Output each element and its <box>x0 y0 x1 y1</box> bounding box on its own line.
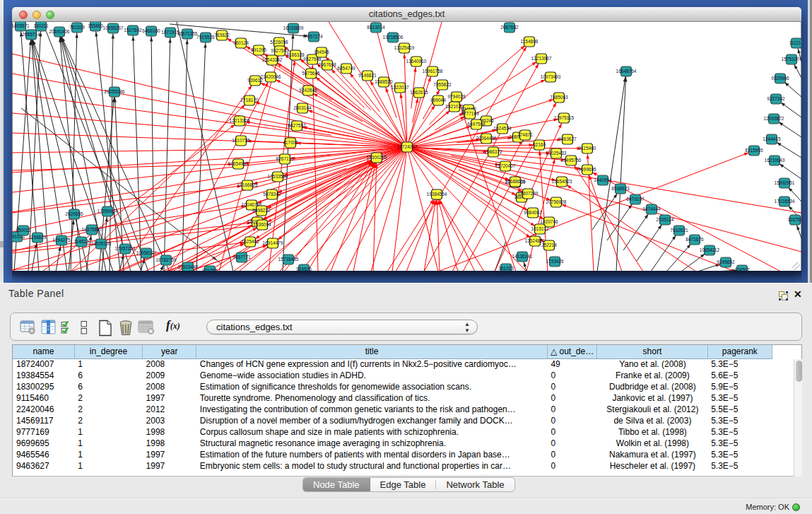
svg-text:8267110: 8267110 <box>276 156 294 161</box>
svg-text:8215955: 8215955 <box>745 148 763 153</box>
svg-text:5226058: 5226058 <box>270 40 288 45</box>
svg-text:1527602: 1527602 <box>124 28 142 33</box>
svg-text:2055714: 2055714 <box>22 32 40 37</box>
svg-text:7485063: 7485063 <box>550 95 568 100</box>
svg-text:7625402: 7625402 <box>241 239 259 244</box>
svg-text:1405571: 1405571 <box>12 23 30 28</box>
svg-text:1420746: 1420746 <box>540 219 558 224</box>
svg-text:10654112: 10654112 <box>700 247 720 252</box>
svg-text:1156829: 1156829 <box>29 235 47 240</box>
svg-text:12213309: 12213309 <box>230 118 250 123</box>
svg-text:10958107: 10958107 <box>136 250 157 255</box>
svg-text:12505195: 12505195 <box>91 241 112 246</box>
svg-text:10655267: 10655267 <box>103 25 124 30</box>
svg-text:9245652: 9245652 <box>717 259 735 264</box>
svg-text:12213967: 12213967 <box>531 56 552 61</box>
svg-text:899044: 899044 <box>430 98 446 103</box>
svg-text:13533594: 13533594 <box>268 174 288 179</box>
svg-text:19166825: 19166825 <box>237 182 258 187</box>
svg-text:8186328: 8186328 <box>286 52 305 57</box>
svg-text:23420046: 23420046 <box>261 74 281 79</box>
svg-text:16543362: 16543362 <box>262 57 283 62</box>
svg-text:6479197: 6479197 <box>626 197 645 201</box>
svg-text:20053346: 20053346 <box>105 89 125 94</box>
svg-text:161023: 161023 <box>498 266 514 271</box>
svg-text:8427552: 8427552 <box>288 123 306 128</box>
svg-text:2087682: 2087682 <box>500 25 519 30</box>
svg-text:763822: 763822 <box>214 33 230 37</box>
svg-text:5875645: 5875645 <box>302 71 320 76</box>
svg-text:9684067: 9684067 <box>524 210 542 215</box>
svg-text:9242848: 9242848 <box>299 88 317 93</box>
svg-text:9657771: 9657771 <box>233 255 251 259</box>
svg-text:114513: 114513 <box>73 239 89 244</box>
svg-text:10025433: 10025433 <box>546 151 567 156</box>
svg-text:9699695: 9699695 <box>578 167 596 172</box>
svg-text:18724007: 18724007 <box>397 144 418 149</box>
svg-text:2967608: 2967608 <box>318 62 336 67</box>
svg-text:10688609: 10688609 <box>505 179 526 184</box>
svg-text:1362615: 1362615 <box>410 90 428 95</box>
svg-text:7515526: 7515526 <box>196 35 215 40</box>
svg-text:13325419: 13325419 <box>394 45 415 50</box>
svg-text:19218506: 19218506 <box>383 35 404 40</box>
svg-text:1440954: 1440954 <box>594 177 612 182</box>
svg-text:17016534: 17016534 <box>775 199 795 204</box>
svg-text:15495756: 15495756 <box>561 158 582 163</box>
svg-text:116753: 116753 <box>787 217 801 222</box>
svg-text:9227342: 9227342 <box>767 96 785 101</box>
svg-text:12923448: 12923448 <box>178 264 199 269</box>
svg-text:2718170: 2718170 <box>240 98 259 103</box>
svg-text:15751074: 15751074 <box>782 57 801 62</box>
svg-text:6466160: 6466160 <box>142 28 160 33</box>
svg-text:7357274: 7357274 <box>305 34 323 39</box>
svg-text:1294275: 1294275 <box>52 238 71 243</box>
svg-text:16671355: 16671355 <box>177 31 198 36</box>
svg-text:15716485: 15716485 <box>278 257 299 262</box>
svg-text:13654923: 13654923 <box>552 179 572 184</box>
svg-text:14136141: 14136141 <box>512 254 533 259</box>
svg-text:9146821: 9146821 <box>358 73 377 78</box>
svg-text:8471676: 8471676 <box>686 237 704 242</box>
svg-text:1244415: 1244415 <box>763 136 781 141</box>
svg-text:6497508: 6497508 <box>467 122 486 127</box>
svg-text:16210643: 16210643 <box>765 158 785 163</box>
svg-text:9463627: 9463627 <box>558 136 577 141</box>
svg-text:8454749: 8454749 <box>337 66 355 71</box>
svg-text:19375867: 19375867 <box>82 227 102 232</box>
svg-text:1624534: 1624534 <box>493 126 512 131</box>
svg-text:12975115: 12975115 <box>554 115 575 120</box>
svg-text:939612: 939612 <box>247 78 263 83</box>
svg-text:5878342: 5878342 <box>263 192 281 197</box>
svg-text:891295: 891295 <box>251 47 266 52</box>
svg-text:10973493: 10973493 <box>541 74 561 79</box>
svg-text:1322037: 1322037 <box>391 85 409 90</box>
svg-text:16648764: 16648764 <box>616 69 637 74</box>
svg-text:174871: 174871 <box>517 132 533 137</box>
svg-text:417006: 417006 <box>283 140 298 145</box>
svg-text:1154808: 1154808 <box>521 39 539 44</box>
svg-text:20364436: 20364436 <box>476 136 497 141</box>
svg-text:2986372: 2986372 <box>484 149 502 154</box>
svg-text:9794028: 9794028 <box>447 94 466 99</box>
svg-text:8813014: 8813014 <box>367 25 385 30</box>
svg-text:16782759: 16782759 <box>156 257 177 262</box>
svg-text:9777169: 9777169 <box>461 111 479 116</box>
svg-text:960124: 960124 <box>233 40 249 45</box>
svg-text:7632621: 7632621 <box>670 228 688 233</box>
svg-text:16961758: 16961758 <box>423 69 443 74</box>
svg-text:111216: 111216 <box>789 40 801 45</box>
svg-text:16914479: 16914479 <box>263 240 283 245</box>
svg-text:150011: 150011 <box>16 228 31 233</box>
svg-text:2020655: 2020655 <box>65 211 83 216</box>
svg-text:190211: 190211 <box>33 23 49 28</box>
svg-text:12093872: 12093872 <box>764 116 784 121</box>
svg-text:1010755: 1010755 <box>232 138 250 143</box>
svg-text:20756928: 20756928 <box>546 199 567 204</box>
svg-text:761529: 761529 <box>69 25 85 30</box>
svg-text:2935114: 2935114 <box>657 217 674 222</box>
svg-text:15892951: 15892951 <box>775 180 795 185</box>
svg-text:19384554: 19384554 <box>427 192 447 197</box>
svg-text:17359924: 17359924 <box>98 209 118 214</box>
svg-text:8938923: 8938923 <box>611 186 630 191</box>
